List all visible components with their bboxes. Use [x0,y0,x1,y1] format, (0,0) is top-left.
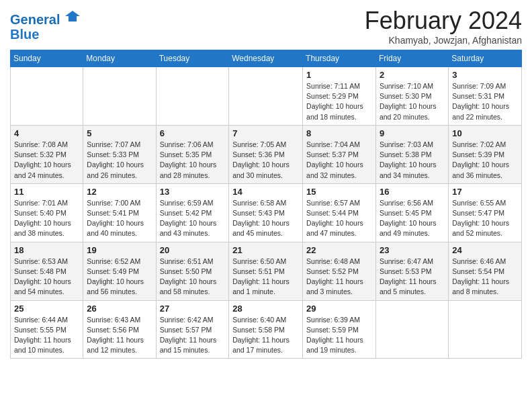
day-header-saturday: Saturday [449,50,522,67]
logo-bird-icon [65,9,80,24]
day-detail: Sunrise: 7:02 AM Sunset: 5:39 PM Dayligh… [452,140,518,181]
title-area: February 2024 Khamyab, Jowzjan, Afghanis… [365,7,522,46]
calendar-cell: 5Sunrise: 7:07 AM Sunset: 5:33 PM Daylig… [83,125,156,183]
day-number: 4 [14,128,79,138]
day-detail: Sunrise: 7:08 AM Sunset: 5:32 PM Dayligh… [14,140,79,181]
day-detail: Sunrise: 6:56 AM Sunset: 5:45 PM Dayligh… [380,198,445,239]
day-detail: Sunrise: 6:59 AM Sunset: 5:42 PM Dayligh… [160,198,226,239]
header: General Blue February 2024 Khamyab, Jowz… [10,7,522,46]
calendar-cell: 14Sunrise: 6:58 AM Sunset: 5:43 PM Dayli… [229,183,303,242]
calendar-cell [156,67,229,126]
day-number: 3 [452,70,518,80]
day-detail: Sunrise: 7:10 AM Sunset: 5:30 PM Dayligh… [380,81,445,122]
calendar-cell: 17Sunrise: 6:55 AM Sunset: 5:47 PM Dayli… [449,183,522,242]
calendar-cell: 28Sunrise: 6:40 AM Sunset: 5:58 PM Dayli… [229,300,303,359]
day-detail: Sunrise: 7:01 AM Sunset: 5:40 PM Dayligh… [14,198,79,239]
day-number: 11 [14,187,79,197]
calendar-cell: 18Sunrise: 6:53 AM Sunset: 5:48 PM Dayli… [11,242,83,300]
day-detail: Sunrise: 7:03 AM Sunset: 5:38 PM Dayligh… [380,140,445,181]
day-detail: Sunrise: 6:42 AM Sunset: 5:57 PM Dayligh… [160,315,226,356]
calendar-cell: 9Sunrise: 7:03 AM Sunset: 5:38 PM Daylig… [375,125,448,183]
week-row-4: 18Sunrise: 6:53 AM Sunset: 5:48 PM Dayli… [11,242,522,300]
day-detail: Sunrise: 7:06 AM Sunset: 5:35 PM Dayligh… [160,140,226,181]
day-detail: Sunrise: 6:46 AM Sunset: 5:54 PM Dayligh… [452,257,518,298]
day-number: 13 [160,187,226,197]
day-number: 2 [380,70,445,80]
day-number: 17 [452,187,518,197]
week-row-2: 4Sunrise: 7:08 AM Sunset: 5:32 PM Daylig… [11,125,522,183]
day-detail: Sunrise: 6:58 AM Sunset: 5:43 PM Dayligh… [232,198,299,239]
calendar-cell [11,67,83,126]
day-header-tuesday: Tuesday [156,50,229,67]
day-detail: Sunrise: 7:04 AM Sunset: 5:37 PM Dayligh… [306,140,372,181]
calendar-cell: 24Sunrise: 6:46 AM Sunset: 5:54 PM Dayli… [449,242,522,300]
day-detail: Sunrise: 6:51 AM Sunset: 5:50 PM Dayligh… [160,257,226,298]
day-header-monday: Monday [83,50,156,67]
day-number: 10 [452,128,518,138]
logo: General Blue [10,9,80,42]
day-detail: Sunrise: 6:48 AM Sunset: 5:52 PM Dayligh… [306,257,372,298]
calendar-cell [83,67,156,126]
calendar-cell [449,300,522,359]
day-number: 29 [306,304,372,314]
calendar-cell: 2Sunrise: 7:10 AM Sunset: 5:30 PM Daylig… [375,67,448,126]
day-number: 26 [87,304,152,314]
calendar-cell: 27Sunrise: 6:42 AM Sunset: 5:57 PM Dayli… [156,300,229,359]
day-number: 14 [232,187,299,197]
calendar-cell: 7Sunrise: 7:05 AM Sunset: 5:36 PM Daylig… [229,125,303,183]
day-detail: Sunrise: 6:55 AM Sunset: 5:47 PM Dayligh… [452,198,518,239]
calendar-cell: 1Sunrise: 7:11 AM Sunset: 5:29 PM Daylig… [303,67,376,126]
calendar-cell: 4Sunrise: 7:08 AM Sunset: 5:32 PM Daylig… [11,125,83,183]
day-number: 25 [14,304,79,314]
calendar-cell: 6Sunrise: 7:06 AM Sunset: 5:35 PM Daylig… [156,125,229,183]
day-number: 27 [160,304,226,314]
calendar-cell: 21Sunrise: 6:50 AM Sunset: 5:51 PM Dayli… [229,242,303,300]
day-number: 6 [160,128,226,138]
calendar-table: SundayMondayTuesdayWednesdayThursdayFrid… [10,50,522,359]
calendar-cell: 26Sunrise: 6:43 AM Sunset: 5:56 PM Dayli… [83,300,156,359]
day-detail: Sunrise: 6:44 AM Sunset: 5:55 PM Dayligh… [14,315,79,356]
main-title: February 2024 [365,7,522,35]
day-number: 1 [306,70,372,80]
week-row-1: 1Sunrise: 7:11 AM Sunset: 5:29 PM Daylig… [11,67,522,126]
calendar-cell: 23Sunrise: 6:47 AM Sunset: 5:53 PM Dayli… [375,242,448,300]
calendar-cell: 25Sunrise: 6:44 AM Sunset: 5:55 PM Dayli… [11,300,83,359]
calendar-cell: 12Sunrise: 7:00 AM Sunset: 5:41 PM Dayli… [83,183,156,242]
day-number: 18 [14,245,79,255]
day-header-wednesday: Wednesday [229,50,303,67]
calendar-cell: 20Sunrise: 6:51 AM Sunset: 5:50 PM Dayli… [156,242,229,300]
day-detail: Sunrise: 7:05 AM Sunset: 5:36 PM Dayligh… [232,140,299,181]
week-row-3: 11Sunrise: 7:01 AM Sunset: 5:40 PM Dayli… [11,183,522,242]
calendar-cell [229,67,303,126]
calendar-cell: 13Sunrise: 6:59 AM Sunset: 5:42 PM Dayli… [156,183,229,242]
calendar-cell: 8Sunrise: 7:04 AM Sunset: 5:37 PM Daylig… [303,125,376,183]
day-number: 28 [232,304,299,314]
subtitle: Khamyab, Jowzjan, Afghanistan [365,35,522,46]
calendar-cell: 11Sunrise: 7:01 AM Sunset: 5:40 PM Dayli… [11,183,83,242]
day-header-thursday: Thursday [303,50,376,67]
day-header-sunday: Sunday [11,50,83,67]
day-number: 12 [87,187,152,197]
calendar-cell: 19Sunrise: 6:52 AM Sunset: 5:49 PM Dayli… [83,242,156,300]
day-number: 21 [232,245,299,255]
day-detail: Sunrise: 6:53 AM Sunset: 5:48 PM Dayligh… [14,257,79,298]
calendar-cell: 15Sunrise: 6:57 AM Sunset: 5:44 PM Dayli… [303,183,376,242]
calendar-cell: 22Sunrise: 6:48 AM Sunset: 5:52 PM Dayli… [303,242,376,300]
day-number: 8 [306,128,372,138]
day-number: 16 [380,187,445,197]
day-detail: Sunrise: 6:50 AM Sunset: 5:51 PM Dayligh… [232,257,299,298]
day-detail: Sunrise: 6:40 AM Sunset: 5:58 PM Dayligh… [232,315,299,356]
day-number: 7 [232,128,299,138]
day-number: 24 [452,245,518,255]
day-number: 22 [306,245,372,255]
week-row-5: 25Sunrise: 6:44 AM Sunset: 5:55 PM Dayli… [11,300,522,359]
day-detail: Sunrise: 6:43 AM Sunset: 5:56 PM Dayligh… [87,315,152,356]
calendar-cell: 16Sunrise: 6:56 AM Sunset: 5:45 PM Dayli… [375,183,448,242]
day-number: 5 [87,128,152,138]
svg-marker-0 [65,11,80,21]
calendar-cell: 3Sunrise: 7:09 AM Sunset: 5:31 PM Daylig… [449,67,522,126]
day-number: 20 [160,245,226,255]
calendar-cell: 29Sunrise: 6:39 AM Sunset: 5:59 PM Dayli… [303,300,376,359]
calendar-cell: 10Sunrise: 7:02 AM Sunset: 5:39 PM Dayli… [449,125,522,183]
day-detail: Sunrise: 7:07 AM Sunset: 5:33 PM Dayligh… [87,140,152,181]
